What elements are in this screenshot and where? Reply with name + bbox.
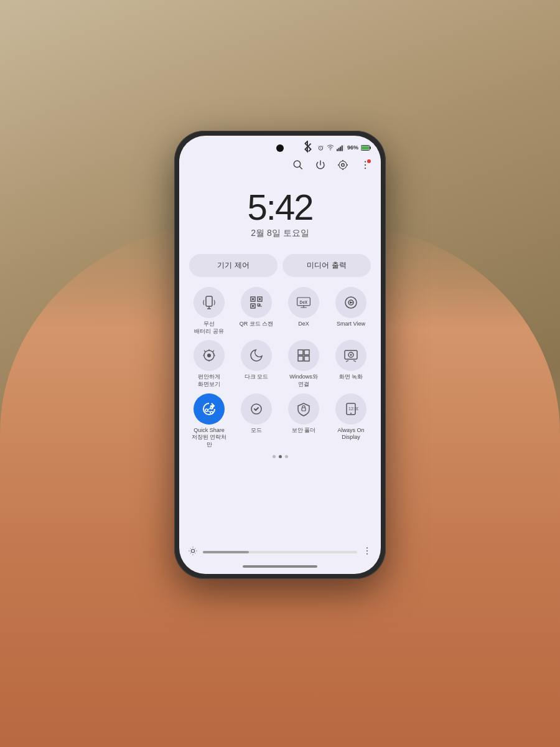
svg-point-52 — [366, 550, 368, 552]
clock-date: 2월 8일 토요일 — [179, 228, 381, 239]
svg-rect-8 — [370, 146, 371, 149]
svg-point-10 — [294, 161, 301, 167]
eye-comfort-icon — [194, 340, 225, 371]
svg-line-44 — [208, 411, 210, 412]
dot-2-active — [279, 455, 282, 458]
svg-point-39 — [350, 354, 352, 356]
smart-view-label: Smart View — [337, 321, 365, 328]
power-button[interactable] — [314, 158, 327, 172]
svg-point-53 — [366, 553, 368, 555]
tile-wireless-battery-share[interactable]: 무선배터리 공유 — [187, 287, 231, 335]
quick-share-label: Quick Share저장된 연락처만 — [190, 427, 228, 449]
nav-indicator — [243, 565, 317, 568]
tile-qr-scan[interactable]: QR 코드 스캔 — [234, 287, 279, 335]
svg-point-32 — [207, 354, 211, 357]
tile-eye-comfort[interactable]: 편안하게화면보기 — [187, 340, 231, 388]
svg-point-50 — [191, 549, 194, 552]
more-button[interactable] — [358, 158, 372, 172]
search-button[interactable] — [291, 158, 305, 172]
camera-hole — [276, 144, 284, 152]
svg-rect-33 — [298, 350, 303, 355]
dex-icon: DeX — [288, 287, 319, 318]
screen-record-label: 화면 녹화 — [339, 374, 363, 381]
always-on-display-icon: 12:00 — [335, 393, 366, 425]
svg-rect-21 — [252, 298, 254, 300]
tab-device-control[interactable]: 기기 제어 — [189, 254, 278, 277]
brightness-track[interactable] — [203, 551, 357, 553]
battery-text: 96% — [347, 144, 358, 151]
tile-modes[interactable]: 모드 — [234, 393, 279, 449]
svg-rect-9 — [362, 146, 369, 149]
tile-always-on-display[interactable]: 12:00 Always OnDisplay — [329, 393, 373, 449]
svg-rect-6 — [343, 144, 344, 151]
qr-scan-icon — [241, 287, 272, 318]
wireless-battery-share-icon — [194, 287, 225, 318]
tile-smart-view[interactable]: Smart View — [329, 287, 373, 335]
svg-line-43 — [208, 408, 210, 410]
tile-secure-folder[interactable]: 보안 폴더 — [281, 393, 326, 449]
svg-rect-3 — [338, 148, 340, 151]
svg-point-15 — [365, 167, 366, 169]
dex-label: DeX — [298, 321, 309, 328]
tile-screen-record[interactable]: 화면 녹화 — [329, 340, 373, 388]
dark-mode-icon — [241, 340, 272, 371]
bottom-brightness-bar — [179, 542, 381, 561]
wifi-icon — [327, 144, 334, 151]
svg-point-12 — [342, 164, 345, 167]
svg-rect-23 — [252, 305, 254, 307]
dot-1 — [273, 455, 276, 458]
svg-rect-34 — [304, 350, 309, 355]
svg-rect-36 — [304, 356, 309, 361]
bottom-more-button[interactable] — [362, 546, 372, 558]
quick-tabs: 기기 제어 미디어 출력 — [179, 254, 381, 277]
clock-time: 5:42 — [179, 189, 381, 225]
svg-point-48 — [350, 413, 352, 414]
tile-dark-mode[interactable]: 다크 모드 — [234, 340, 279, 388]
brightness-fill — [203, 551, 249, 553]
battery-icon — [361, 144, 371, 151]
dot-3 — [285, 455, 288, 458]
svg-rect-35 — [298, 356, 303, 361]
svg-point-42 — [210, 411, 213, 414]
svg-line-11 — [299, 166, 302, 169]
phone-screen: 96% — [179, 136, 381, 574]
phone-device: 96% — [174, 131, 386, 579]
modes-icon — [241, 393, 272, 425]
svg-point-40 — [205, 409, 208, 411]
status-icons: 96% — [301, 141, 371, 154]
svg-rect-22 — [259, 298, 261, 300]
nav-bar — [179, 561, 381, 574]
svg-text:12:00: 12:00 — [348, 406, 358, 411]
phone-wrapper: 96% — [174, 131, 386, 579]
tile-windows-link[interactable]: Windows와연결 — [281, 340, 326, 388]
always-on-display-label: Always OnDisplay — [337, 427, 364, 441]
wireless-battery-share-label: 무선배터리 공유 — [194, 321, 224, 335]
secure-folder-icon — [288, 393, 319, 425]
svg-rect-46 — [302, 408, 306, 411]
settings-button[interactable] — [336, 158, 350, 172]
eye-comfort-label: 편안하게화면보기 — [198, 374, 220, 388]
windows-link-icon — [288, 340, 319, 371]
modes-label: 모드 — [251, 427, 262, 435]
svg-text:DeX: DeX — [300, 300, 308, 304]
tab-media-output[interactable]: 미디어 출력 — [282, 254, 371, 277]
bluetooth-icon — [301, 141, 315, 154]
svg-point-13 — [365, 161, 366, 162]
brightness-icon — [188, 546, 198, 558]
quick-tiles-grid: 무선배터리 공유 — [179, 287, 381, 449]
tile-quick-share[interactable]: Quick Share저장된 연락처만 — [187, 393, 231, 449]
svg-point-14 — [365, 164, 366, 166]
top-actions — [179, 157, 381, 177]
quick-share-icon — [194, 393, 225, 425]
secure-folder-label: 보안 폴더 — [292, 427, 316, 435]
svg-rect-2 — [337, 149, 338, 151]
svg-rect-4 — [340, 146, 341, 151]
dark-mode-label: 다크 모드 — [245, 374, 269, 381]
svg-rect-16 — [206, 296, 212, 306]
qr-scan-label: QR 코드 스캔 — [240, 321, 274, 328]
tile-dex[interactable]: DeX DeX — [281, 287, 326, 335]
screen-record-icon — [335, 340, 366, 371]
windows-link-label: Windows와연결 — [289, 374, 318, 388]
alarm-icon — [317, 144, 324, 151]
svg-rect-5 — [342, 145, 343, 151]
